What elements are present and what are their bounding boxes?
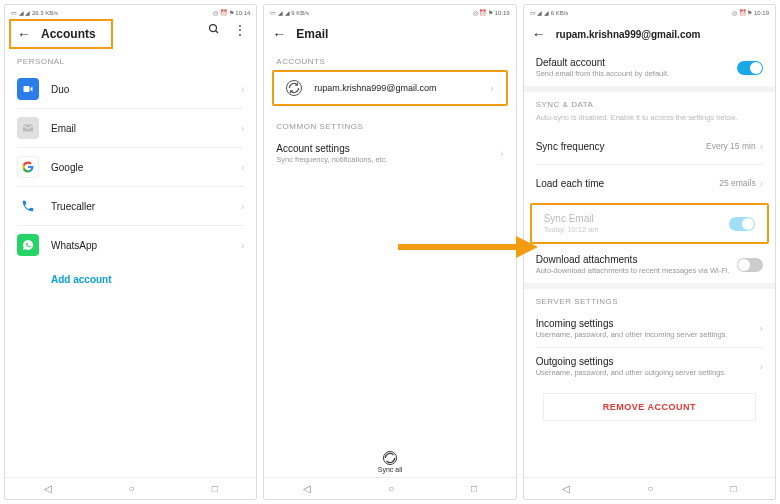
screen-account-detail: ▭ ◢ ◢ 6 KB/s ◎ ⏰ ⚑ 10:19 ← rupam.krishna… <box>523 4 776 500</box>
account-label: Duo <box>51 84 241 95</box>
download-attach-sub: Auto-download attachments to recent mess… <box>536 266 737 275</box>
status-bar: ▭ ◢ ◢ 9 KB/s ◎ ⏰ ⚑ 10:19 <box>264 5 515 19</box>
settings-sub: Sync frequency, notifications, etc. <box>276 155 500 164</box>
outgoing-label: Outgoing settings <box>536 356 760 367</box>
sync-email-row-highlight[interactable]: Sync Email Today, 10:12 am <box>530 203 769 244</box>
overflow-menu-icon[interactable]: ⋮ <box>234 23 246 37</box>
chevron-right-icon: › <box>760 178 763 189</box>
load-each-row[interactable]: Load each time 25 emails › <box>524 165 775 201</box>
google-icon <box>17 156 39 178</box>
page-title: Accounts <box>41 27 105 41</box>
chevron-right-icon: › <box>500 148 503 159</box>
chevron-right-icon: › <box>241 201 244 212</box>
load-each-label: Load each time <box>536 178 720 189</box>
account-row-whatsapp[interactable]: WhatsApp › <box>5 226 256 264</box>
back-icon[interactable]: ← <box>17 26 31 42</box>
settings-label: Account settings <box>276 143 500 154</box>
account-label: WhatsApp <box>51 240 241 251</box>
status-left: ▭ ◢ ◢ 9 KB/s <box>270 9 309 16</box>
svg-rect-3 <box>23 125 33 132</box>
search-icon[interactable] <box>208 23 220 37</box>
status-left: ▭ ◢ ◢ 26.3 KB/s <box>11 9 58 16</box>
account-row-truecaller[interactable]: Truecaller › <box>5 187 256 225</box>
appbar-account: ← rupam.krishna999@gmail.com <box>524 19 775 49</box>
account-row-duo[interactable]: Duo › <box>5 70 256 108</box>
default-account-row[interactable]: Default account Send email from this acc… <box>524 49 775 86</box>
download-attach-toggle[interactable] <box>737 258 763 272</box>
incoming-settings-row[interactable]: Incoming settings Username, password, an… <box>524 310 775 347</box>
chevron-right-icon: › <box>241 84 244 95</box>
nav-back-icon[interactable]: ◁ <box>303 483 311 494</box>
chevron-right-icon: › <box>760 323 763 334</box>
android-navbar: ◁ ○ □ <box>264 477 515 499</box>
section-sync-data: SYNC & DATA <box>524 92 775 113</box>
status-right: ◎ ⏰ ⚑ 10:19 <box>732 9 769 16</box>
nav-back-icon[interactable]: ◁ <box>44 483 52 494</box>
nav-home-icon[interactable]: ○ <box>647 483 653 494</box>
truecaller-icon <box>17 195 39 217</box>
account-row-google[interactable]: Google › <box>5 148 256 186</box>
svg-rect-2 <box>24 86 30 92</box>
sync-freq-label: Sync frequency <box>536 141 706 152</box>
svg-line-1 <box>216 31 219 34</box>
back-icon[interactable]: ← <box>272 26 286 42</box>
load-each-value: 25 emails <box>719 178 755 188</box>
sync-icon <box>383 451 397 465</box>
account-settings-row[interactable]: Account settings Sync frequency, notific… <box>264 135 515 172</box>
status-bar: ▭ ◢ ◢ 6 KB/s ◎ ⏰ ⚑ 10:19 <box>524 5 775 19</box>
email-icon <box>17 117 39 139</box>
add-account-link[interactable]: Add account <box>5 264 256 295</box>
page-title: rupam.krishna999@gmail.com <box>556 29 767 40</box>
svg-point-0 <box>210 25 217 32</box>
nav-home-icon[interactable]: ○ <box>129 483 135 494</box>
whatsapp-icon <box>17 234 39 256</box>
default-account-label: Default account <box>536 57 737 68</box>
status-bar: ▭ ◢ ◢ 26.3 KB/s ◎ ⏰ ⚑ 10:14 <box>5 5 256 19</box>
back-icon[interactable]: ← <box>532 26 546 42</box>
section-common: COMMON SETTINGS <box>264 114 515 135</box>
status-right: ◎ ⏰ ⚑ 10:14 <box>213 9 250 16</box>
outgoing-settings-row[interactable]: Outgoing settings Username, password, an… <box>524 348 775 385</box>
nav-recents-icon[interactable]: □ <box>471 483 477 494</box>
account-label: Email <box>51 123 241 134</box>
nav-home-icon[interactable]: ○ <box>388 483 394 494</box>
account-email-label: rupam.krishna999@gmail.com <box>314 83 490 93</box>
nav-recents-icon[interactable]: □ <box>730 483 736 494</box>
chevron-right-icon: › <box>241 123 244 134</box>
autosync-note: Auto-sync is disabled. Enable it to acce… <box>524 113 775 128</box>
download-attach-label: Download attachments <box>536 254 737 265</box>
chevron-right-icon: › <box>490 83 493 94</box>
appbar-accounts-highlight: ← Accounts <box>9 19 113 49</box>
default-account-toggle[interactable] <box>737 61 763 75</box>
sync-all-label: Sync all <box>378 466 403 473</box>
chevron-right-icon: › <box>760 361 763 372</box>
account-row-email[interactable]: Email › <box>5 109 256 147</box>
sync-ring-icon <box>286 80 302 96</box>
section-accounts: ACCOUNTS <box>264 49 515 70</box>
status-left: ▭ ◢ ◢ 6 KB/s <box>530 9 569 16</box>
section-personal: PERSONAL <box>5 49 256 70</box>
section-server: SERVER SETTINGS <box>524 289 775 310</box>
chevron-right-icon: › <box>241 162 244 173</box>
account-entry-highlight[interactable]: rupam.krishna999@gmail.com › <box>272 70 507 106</box>
download-attachments-row[interactable]: Download attachments Auto-download attac… <box>524 246 775 283</box>
chevron-right-icon: › <box>760 141 763 152</box>
android-navbar: ◁ ○ □ <box>5 477 256 499</box>
sync-freq-value: Every 15 min <box>706 141 756 151</box>
chevron-right-icon: › <box>241 240 244 251</box>
sync-all-button[interactable]: Sync all <box>264 447 515 477</box>
appbar-email: ← Email <box>264 19 515 49</box>
nav-back-icon[interactable]: ◁ <box>562 483 570 494</box>
sync-email-label: Sync Email <box>544 213 729 224</box>
nav-recents-icon[interactable]: □ <box>212 483 218 494</box>
screen-email: ▭ ◢ ◢ 9 KB/s ◎ ⏰ ⚑ 10:19 ← Email ACCOUNT… <box>263 4 516 500</box>
account-label: Truecaller <box>51 201 241 212</box>
sync-email-toggle[interactable] <box>729 217 755 231</box>
incoming-label: Incoming settings <box>536 318 760 329</box>
incoming-sub: Username, password, and other incoming s… <box>536 330 760 339</box>
remove-account-button[interactable]: REMOVE ACCOUNT <box>543 393 757 421</box>
status-right: ◎ ⏰ ⚑ 10:19 <box>473 9 510 16</box>
sync-frequency-row[interactable]: Sync frequency Every 15 min › <box>524 128 775 164</box>
sync-email-sub: Today, 10:12 am <box>544 225 729 234</box>
android-navbar: ◁ ○ □ <box>524 477 775 499</box>
